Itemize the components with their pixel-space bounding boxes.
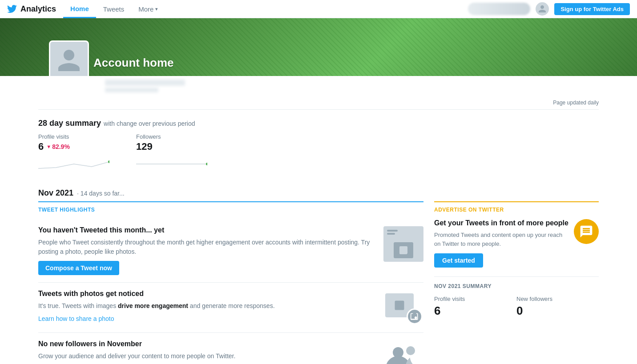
advertise-section: ADVERTISE ON TWITTER Get your Tweets in …: [434, 201, 599, 268]
photos-icon: [383, 290, 423, 325]
user-icon: [538, 4, 547, 13]
tweet-highlights-label: TWEET HIGHLIGHTS: [38, 201, 423, 213]
highlight-text-photos: Tweets with photos get noticed It's true…: [38, 290, 376, 325]
highlight-desc-no-tweets: People who Tweet consistently throughout…: [38, 238, 376, 256]
main-container: Page updated daily 28 day summary with c…: [29, 76, 608, 364]
svg-point-1: [206, 163, 207, 165]
nov-summary-label: NOV 2021 SUMMARY: [434, 283, 599, 289]
nov-new-followers-value: 0: [516, 304, 599, 318]
main-column: TWEET HIGHLIGHTS You haven't Tweeted thi…: [38, 201, 423, 364]
month-sub: · 14 days so far...: [77, 190, 125, 197]
highlight-card-no-tweets: You haven't Tweeted this month... yet Pe…: [38, 219, 423, 283]
navbar: Analytics Home Tweets More ▾ Sign up for…: [0, 0, 637, 18]
nav-link-more[interactable]: More ▾: [131, 0, 165, 18]
nov-profile-visits-label: Profile visits: [434, 296, 516, 302]
advertise-icon: [574, 219, 599, 244]
nov-summary-stats: Profile visits 6 New followers 0: [434, 296, 599, 318]
nov-profile-visits-value: 6: [434, 304, 516, 318]
camera-icon: [410, 312, 419, 321]
stat-profile-visits-value: 6 82.9%: [38, 141, 109, 152]
image-icon: [398, 245, 409, 256]
highlight-text-followers: No new followers in November Grow your a…: [38, 340, 376, 364]
nov-new-followers-stat: New followers 0: [516, 296, 599, 318]
highlight-card-followers: No new followers in November Grow your a…: [38, 333, 423, 364]
highlight-desc-photos: It's true. Tweets with images drive more…: [38, 301, 376, 311]
profile-name-area: [38, 76, 599, 94]
highlight-card-photos: Tweets with photos get noticed It's true…: [38, 283, 423, 333]
signup-button[interactable]: Sign up for Twitter Ads: [554, 3, 630, 15]
stat-change-down: 82.9%: [46, 143, 70, 150]
nav-link-home[interactable]: Home: [63, 0, 96, 18]
two-col-layout: TWEET HIGHLIGHTS You haven't Tweeted thi…: [38, 201, 599, 364]
get-started-button[interactable]: Get started: [434, 253, 483, 268]
no-tweets-icon: [383, 226, 423, 275]
advertise-desc: Promoted Tweets and content open up your…: [434, 231, 568, 248]
highlight-text-no-tweets: You haven't Tweeted this month... yet Pe…: [38, 226, 376, 275]
profile-avatar-icon: [56, 47, 82, 74]
twitter-logo-icon: [7, 4, 17, 14]
nav-brand: Analytics: [7, 4, 56, 14]
search-bar[interactable]: [468, 3, 530, 15]
advertise-text: Get your Tweets in front of more people …: [434, 219, 568, 268]
avatar[interactable]: [536, 2, 549, 16]
nav-analytics-title: Analytics: [20, 4, 56, 14]
stats-row: Profile visits 6 82.9% Followers 129: [38, 133, 599, 174]
followers-icon: [383, 340, 423, 364]
svg-point-3: [406, 346, 415, 355]
advertise-label: ADVERTISE ON TWITTER: [434, 207, 599, 213]
advertise-title: Get your Tweets in front of more people: [434, 219, 568, 227]
followers-chart: [136, 155, 207, 173]
nov-profile-visits-stat: Profile visits 6: [434, 296, 516, 318]
nav-links: Home Tweets More ▾: [63, 0, 165, 18]
megaphone-icon: [579, 224, 593, 239]
svg-point-0: [108, 160, 109, 163]
learn-share-photo-link[interactable]: Learn how to share a photo: [38, 315, 114, 322]
stat-profile-visits: Profile visits 6 82.9%: [38, 133, 109, 174]
stat-profile-visits-label: Profile visits: [38, 133, 109, 140]
profile-avatar: [49, 40, 89, 76]
hero-banner: Account home: [0, 18, 637, 76]
stat-followers: Followers 129: [136, 133, 207, 174]
nov-new-followers-label: New followers: [516, 296, 599, 302]
summary-subtitle: with change over previous period: [104, 120, 195, 127]
advertise-content: Get your Tweets in front of more people …: [434, 219, 599, 268]
group-icon: [386, 344, 421, 364]
hero-title: Account home: [93, 56, 174, 70]
summary-section: 28 day summary with change over previous…: [38, 112, 599, 181]
highlight-title-followers: No new followers in November: [38, 340, 376, 348]
chevron-down-icon: ▾: [155, 6, 158, 12]
highlight-title-photos: Tweets with photos get noticed: [38, 290, 376, 298]
page-updated-text: Page updated daily: [553, 100, 599, 106]
nav-link-tweets[interactable]: Tweets: [96, 0, 132, 18]
summary-title: 28 day summary with change over previous…: [38, 119, 599, 128]
side-column: ADVERTISE ON TWITTER Get your Tweets in …: [434, 201, 599, 318]
stat-followers-label: Followers: [136, 133, 207, 140]
account-meta: Page updated daily: [38, 94, 599, 110]
highlight-bold-photos: drive more engagement: [118, 302, 188, 309]
stat-followers-value: 129: [136, 141, 207, 152]
compose-tweet-button[interactable]: Compose a Tweet now: [38, 261, 119, 275]
nov-summary-section: NOV 2021 SUMMARY Profile visits 6 New fo…: [434, 276, 599, 318]
month-header: Nov 2021 · 14 days so far...: [38, 188, 599, 198]
profile-visits-chart: [38, 155, 109, 173]
highlight-desc-followers: Grow your audience and deliver your cont…: [38, 352, 376, 361]
highlight-title-no-tweets: You haven't Tweeted this month... yet: [38, 226, 376, 234]
nav-right: Sign up for Twitter Ads: [468, 2, 630, 16]
photo-icon: [393, 299, 406, 312]
